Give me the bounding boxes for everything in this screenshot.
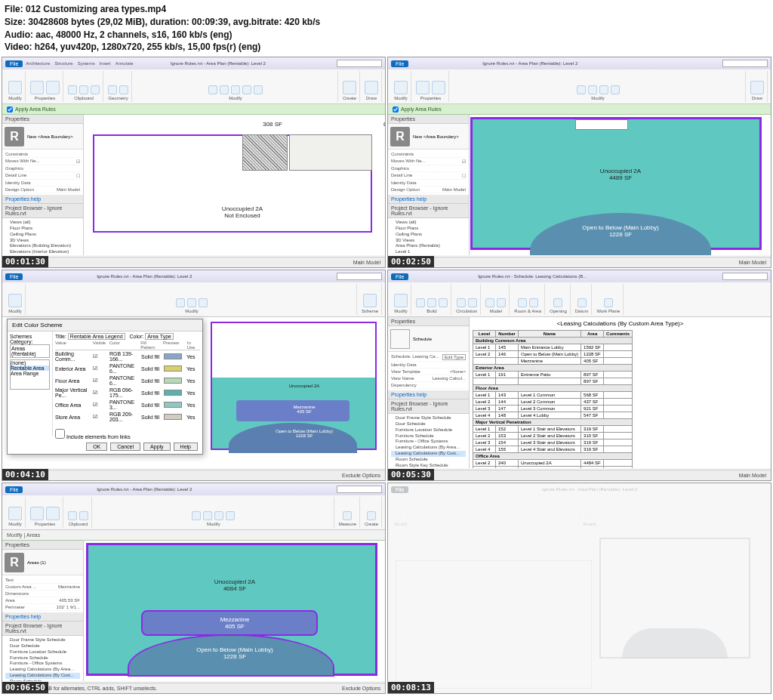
audio-line: Audio: aac, 48000 Hz, 2 channels, s16, 1… xyxy=(5,29,768,42)
area-label-open: Open to Below (Main Lobby)1228 SF xyxy=(575,224,666,238)
dialog-title: Edit Color Scheme xyxy=(8,319,202,331)
file-menu[interactable]: File xyxy=(5,60,23,67)
ok-button[interactable]: OK xyxy=(86,443,107,451)
apply-rules-check[interactable] xyxy=(7,106,13,113)
size-line: Size: 30428608 bytes (29,02 MiB), durati… xyxy=(5,16,768,29)
area-label-unocc: Unoccupied 2A4489 SF xyxy=(575,168,666,181)
area-label-308: 308 SF xyxy=(227,121,318,128)
frame-3: FileIgnore Rules.rvt - Area Plan (Rentab… xyxy=(2,270,386,481)
properties-help[interactable]: Properties help xyxy=(2,195,83,204)
window-title: Ignore Rules.rvt - Area Plan (Rentable):… xyxy=(171,61,266,66)
search-input[interactable] xyxy=(337,60,382,67)
ribbon: Modify Properties Clipboard Geometry Mod… xyxy=(2,69,385,104)
drawing-canvas[interactable]: 308 SF 612 SF Unoccupied 2ANot Enclosed xyxy=(84,115,385,255)
video-line: Video: h264, yuv420p, 1280x720, 255 kb/s… xyxy=(5,41,768,54)
frame-1: File ArchitectureStructureSystemsInsertA… xyxy=(2,57,386,268)
project-browser[interactable]: Views (all) Floor Plans Ceiling Plans 3D… xyxy=(2,218,83,255)
apply-button[interactable]: Apply xyxy=(143,443,171,451)
file-line: File: 012 Customizing area types.mp4 xyxy=(5,3,768,16)
type-thumb: R xyxy=(5,127,24,146)
options-bar[interactable]: Apply Area Rules xyxy=(2,104,385,115)
property-rows: Constraints Moves With Ne...☑ Graphics D… xyxy=(2,150,83,195)
browser-header: Project Browser - Ignore Rules.rvt xyxy=(2,204,83,218)
ribbon-tabs[interactable]: ArchitectureStructureSystemsInsertAnnota… xyxy=(26,61,133,66)
cancel-button[interactable]: Cancel xyxy=(110,443,140,451)
thumbnail-grid: File ArchitectureStructureSystemsInsertA… xyxy=(0,57,773,695)
edit-color-scheme-dialog[interactable]: Edit Color Scheme Schemes Category: Area… xyxy=(7,319,203,455)
sidebar: Properties RNew <Area Boundary> Constrai… xyxy=(2,115,84,255)
frame-4: FileIgnore Rules.rvt - Schedule: Leasing… xyxy=(387,270,771,481)
media-info-header: File: 012 Customizing area types.mp4 Siz… xyxy=(0,0,773,57)
titlebar: File ArchitectureStructureSystemsInsertA… xyxy=(2,57,385,69)
schedule-view[interactable]: <Leasing Calculations (By Custom Area Ty… xyxy=(470,317,771,468)
status-bar: 1/8" = 1'-0"Main Model xyxy=(2,257,385,267)
schedule-title: <Leasing Calculations (By Custom Area Ty… xyxy=(473,320,768,327)
properties-header: Properties xyxy=(2,115,83,124)
schedule-table[interactable]: LevelNumberNameAreaCommentsBuilding Comm… xyxy=(473,330,633,468)
frame-2: FileIgnore Rules.rvt - Area Plan (Rentab… xyxy=(387,57,771,268)
frame-timestamp: 00:01:30 xyxy=(2,256,48,267)
frame-5: FileIgnore Rules.rvt - Area Plan (Rentab… xyxy=(2,483,386,694)
area-label-612: 612 SF xyxy=(348,121,385,128)
area-label-unocc: Unoccupied 2ANot Enclosed xyxy=(197,205,288,219)
frame-6: FileIgnore Rules.rvt - Area Plan (Rentab… xyxy=(387,483,771,694)
help-button[interactable]: Help xyxy=(174,443,198,451)
drawing-canvas[interactable]: Unoccupied 2A4489 SF Open to Below (Main… xyxy=(470,115,771,255)
type-selector[interactable]: New <Area Boundary> xyxy=(27,134,73,139)
